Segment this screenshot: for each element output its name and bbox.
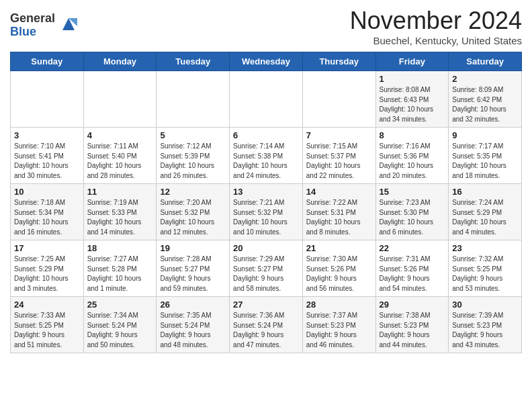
day-number: 23 bbox=[452, 243, 518, 253]
day-info: Sunrise: 7:17 AM Sunset: 5:35 PM Dayligh… bbox=[452, 142, 518, 181]
calendar-cell: 28Sunrise: 7:37 AM Sunset: 5:23 PM Dayli… bbox=[302, 297, 375, 353]
day-number: 26 bbox=[160, 300, 226, 310]
logo-icon bbox=[58, 14, 79, 37]
day-info: Sunrise: 7:30 AM Sunset: 5:26 PM Dayligh… bbox=[306, 255, 372, 293]
day-number: 18 bbox=[87, 243, 153, 253]
calendar-cell: 29Sunrise: 7:38 AM Sunset: 5:23 PM Dayli… bbox=[375, 297, 449, 353]
calendar-cell: 16Sunrise: 7:24 AM Sunset: 5:29 PM Dayli… bbox=[449, 184, 522, 240]
calendar-table: SundayMondayTuesdayWednesdayThursdayFrid… bbox=[10, 52, 522, 353]
day-number: 2 bbox=[452, 74, 518, 84]
day-number: 17 bbox=[14, 243, 80, 253]
day-number: 27 bbox=[233, 300, 299, 310]
calendar-cell: 17Sunrise: 7:25 AM Sunset: 5:29 PM Dayli… bbox=[11, 240, 84, 297]
calendar-cell bbox=[302, 71, 375, 128]
day-info: Sunrise: 7:27 AM Sunset: 5:28 PM Dayligh… bbox=[87, 255, 153, 293]
day-info: Sunrise: 7:16 AM Sunset: 5:36 PM Dayligh… bbox=[380, 142, 445, 181]
week-row-4: 17Sunrise: 7:25 AM Sunset: 5:29 PM Dayli… bbox=[11, 240, 522, 297]
day-number: 29 bbox=[380, 300, 445, 310]
day-info: Sunrise: 7:11 AM Sunset: 5:40 PM Dayligh… bbox=[87, 142, 153, 181]
day-number: 21 bbox=[306, 243, 372, 253]
day-number: 20 bbox=[233, 243, 299, 253]
week-row-1: 1Sunrise: 8:08 AM Sunset: 6:43 PM Daylig… bbox=[11, 71, 522, 128]
day-header-tuesday: Tuesday bbox=[157, 52, 230, 71]
day-info: Sunrise: 8:08 AM Sunset: 6:43 PM Dayligh… bbox=[380, 85, 445, 124]
day-info: Sunrise: 7:15 AM Sunset: 5:37 PM Dayligh… bbox=[306, 142, 372, 181]
day-info: Sunrise: 7:35 AM Sunset: 5:24 PM Dayligh… bbox=[160, 311, 226, 350]
day-number: 8 bbox=[380, 130, 445, 140]
day-number: 19 bbox=[160, 243, 226, 253]
day-number: 30 bbox=[452, 300, 518, 310]
calendar-cell: 21Sunrise: 7:30 AM Sunset: 5:26 PM Dayli… bbox=[302, 240, 375, 297]
calendar-header-row: SundayMondayTuesdayWednesdayThursdayFrid… bbox=[11, 52, 522, 71]
location-text: Buechel, Kentucky, United States bbox=[350, 35, 522, 46]
day-info: Sunrise: 7:10 AM Sunset: 5:41 PM Dayligh… bbox=[14, 142, 80, 181]
calendar-cell: 30Sunrise: 7:39 AM Sunset: 5:23 PM Dayli… bbox=[449, 297, 522, 353]
day-number: 5 bbox=[160, 130, 226, 140]
logo-blue: Blue bbox=[10, 25, 36, 38]
day-number: 12 bbox=[160, 187, 226, 197]
day-number: 13 bbox=[233, 187, 299, 197]
day-number: 11 bbox=[87, 187, 153, 197]
day-number: 7 bbox=[306, 130, 372, 140]
calendar-cell: 15Sunrise: 7:23 AM Sunset: 5:30 PM Dayli… bbox=[375, 184, 449, 240]
day-number: 15 bbox=[380, 187, 445, 197]
calendar-cell: 11Sunrise: 7:19 AM Sunset: 5:33 PM Dayli… bbox=[83, 184, 157, 240]
day-number: 24 bbox=[14, 300, 80, 310]
day-info: Sunrise: 7:14 AM Sunset: 5:38 PM Dayligh… bbox=[233, 142, 299, 181]
day-info: Sunrise: 7:25 AM Sunset: 5:29 PM Dayligh… bbox=[14, 255, 80, 293]
calendar-cell: 9Sunrise: 7:17 AM Sunset: 5:35 PM Daylig… bbox=[449, 128, 522, 184]
day-number: 3 bbox=[14, 130, 80, 140]
calendar-cell: 22Sunrise: 7:31 AM Sunset: 5:26 PM Dayli… bbox=[375, 240, 449, 297]
calendar-cell: 8Sunrise: 7:16 AM Sunset: 5:36 PM Daylig… bbox=[375, 128, 449, 184]
day-header-monday: Monday bbox=[83, 52, 157, 71]
day-header-friday: Friday bbox=[375, 52, 449, 71]
day-header-wednesday: Wednesday bbox=[230, 52, 303, 71]
day-number: 22 bbox=[380, 243, 445, 253]
day-info: Sunrise: 7:18 AM Sunset: 5:34 PM Dayligh… bbox=[14, 198, 80, 237]
day-info: Sunrise: 7:39 AM Sunset: 5:23 PM Dayligh… bbox=[452, 311, 518, 350]
day-number: 16 bbox=[452, 187, 518, 197]
day-info: Sunrise: 7:32 AM Sunset: 5:25 PM Dayligh… bbox=[452, 255, 518, 293]
day-header-saturday: Saturday bbox=[449, 52, 522, 71]
calendar-cell: 14Sunrise: 7:22 AM Sunset: 5:31 PM Dayli… bbox=[302, 184, 375, 240]
calendar-cell: 10Sunrise: 7:18 AM Sunset: 5:34 PM Dayli… bbox=[11, 184, 84, 240]
day-header-thursday: Thursday bbox=[302, 52, 375, 71]
calendar-cell: 20Sunrise: 7:29 AM Sunset: 5:27 PM Dayli… bbox=[230, 240, 303, 297]
day-number: 25 bbox=[87, 300, 153, 310]
header: General Blue November 2024 Buechel, Kent… bbox=[10, 7, 522, 46]
day-number: 6 bbox=[233, 130, 299, 140]
calendar-cell: 1Sunrise: 8:08 AM Sunset: 6:43 PM Daylig… bbox=[375, 71, 449, 128]
day-header-sunday: Sunday bbox=[11, 52, 84, 71]
day-info: Sunrise: 7:38 AM Sunset: 5:23 PM Dayligh… bbox=[380, 311, 445, 350]
week-row-2: 3Sunrise: 7:10 AM Sunset: 5:41 PM Daylig… bbox=[11, 128, 522, 184]
day-info: Sunrise: 7:19 AM Sunset: 5:33 PM Dayligh… bbox=[87, 198, 153, 237]
calendar-cell: 19Sunrise: 7:28 AM Sunset: 5:27 PM Dayli… bbox=[157, 240, 230, 297]
day-info: Sunrise: 7:29 AM Sunset: 5:27 PM Dayligh… bbox=[233, 255, 299, 293]
day-info: Sunrise: 7:28 AM Sunset: 5:27 PM Dayligh… bbox=[160, 255, 226, 293]
calendar-cell: 27Sunrise: 7:36 AM Sunset: 5:24 PM Dayli… bbox=[230, 297, 303, 353]
day-number: 9 bbox=[452, 130, 518, 140]
calendar-cell: 7Sunrise: 7:15 AM Sunset: 5:37 PM Daylig… bbox=[302, 128, 375, 184]
calendar-cell: 4Sunrise: 7:11 AM Sunset: 5:40 PM Daylig… bbox=[83, 128, 157, 184]
day-info: Sunrise: 7:22 AM Sunset: 5:31 PM Dayligh… bbox=[306, 198, 372, 237]
day-info: Sunrise: 7:31 AM Sunset: 5:26 PM Dayligh… bbox=[380, 255, 445, 293]
week-row-3: 10Sunrise: 7:18 AM Sunset: 5:34 PM Dayli… bbox=[11, 184, 522, 240]
day-info: Sunrise: 7:20 AM Sunset: 5:32 PM Dayligh… bbox=[160, 198, 226, 237]
week-row-5: 24Sunrise: 7:33 AM Sunset: 5:25 PM Dayli… bbox=[11, 297, 522, 353]
calendar-cell: 25Sunrise: 7:34 AM Sunset: 5:24 PM Dayli… bbox=[83, 297, 157, 353]
logo-general: General bbox=[10, 11, 55, 25]
calendar-cell: 3Sunrise: 7:10 AM Sunset: 5:41 PM Daylig… bbox=[11, 128, 84, 184]
calendar-cell: 24Sunrise: 7:33 AM Sunset: 5:25 PM Dayli… bbox=[11, 297, 84, 353]
day-info: Sunrise: 7:33 AM Sunset: 5:25 PM Dayligh… bbox=[14, 311, 80, 350]
calendar-cell: 13Sunrise: 7:21 AM Sunset: 5:32 PM Dayli… bbox=[230, 184, 303, 240]
calendar-cell: 12Sunrise: 7:20 AM Sunset: 5:32 PM Dayli… bbox=[157, 184, 230, 240]
calendar-cell bbox=[11, 71, 84, 128]
calendar-cell: 23Sunrise: 7:32 AM Sunset: 5:25 PM Dayli… bbox=[449, 240, 522, 297]
day-number: 1 bbox=[380, 74, 445, 84]
month-title: November 2024 bbox=[350, 7, 522, 35]
day-info: Sunrise: 7:24 AM Sunset: 5:29 PM Dayligh… bbox=[452, 198, 518, 237]
calendar-cell bbox=[157, 71, 230, 128]
calendar-body: 1Sunrise: 8:08 AM Sunset: 6:43 PM Daylig… bbox=[11, 71, 522, 353]
calendar-cell: 26Sunrise: 7:35 AM Sunset: 5:24 PM Dayli… bbox=[157, 297, 230, 353]
calendar-cell bbox=[230, 71, 303, 128]
